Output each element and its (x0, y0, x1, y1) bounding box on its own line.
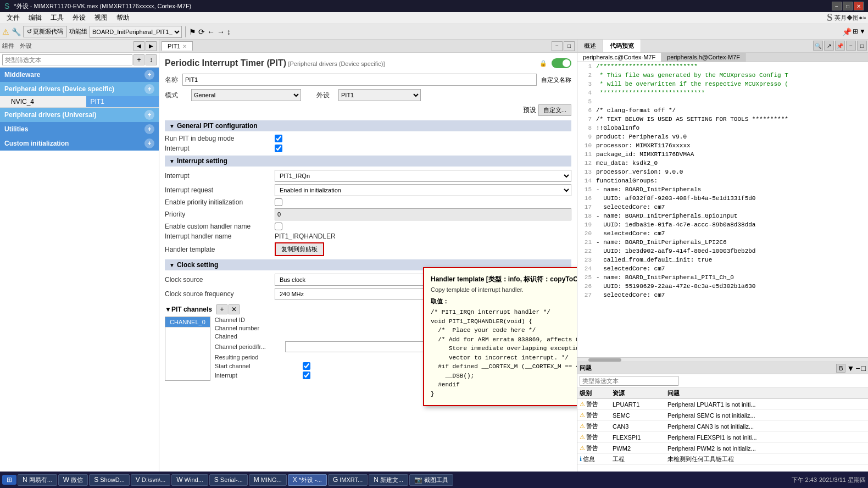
problems-tab[interactable]: 问题 (580, 364, 592, 372)
periph-universal-add-btn[interactable]: + (144, 110, 154, 120)
lock-icon[interactable]: 🔒 (539, 60, 547, 67)
utilities-add-btn[interactable]: + (144, 124, 154, 134)
taskbar-item[interactable]: N新建文... (369, 474, 408, 486)
enable-priority-checkbox[interactable] (275, 198, 282, 206)
code-area[interactable]: 1/***************************2 * This fi… (577, 62, 868, 357)
pit1-tab-close[interactable]: ✕ (182, 43, 187, 49)
menu-peripheral[interactable]: 外设 (68, 12, 90, 24)
menu-edit[interactable]: 编辑 (24, 12, 46, 24)
minimize-button[interactable]: − (832, 2, 842, 10)
problems-search-input[interactable] (580, 376, 678, 386)
layout-icon[interactable]: ⊞ (853, 27, 858, 36)
maximize-button[interactable]: □ (843, 2, 853, 10)
taskbar-item[interactable]: SSerial-... (209, 474, 248, 486)
problem-row[interactable]: ⚠ 警告 FLEXSPI1 Peripheral FLEXSPI1 is not… (577, 432, 868, 443)
menu-view[interactable]: 视图 (90, 12, 112, 24)
periph-select[interactable]: PIT1 (338, 89, 421, 101)
channel-0-item[interactable]: CHANNEL_0 (165, 317, 210, 328)
func-group-select[interactable]: BOARD_InitPeripheral_PIT1_ (90, 26, 182, 38)
peripherals-tab[interactable]: 外设 (20, 42, 32, 50)
menu-tools[interactable]: 工具 (46, 12, 68, 24)
problem-row[interactable]: ⚠ 警告 PWM2 Peripheral PWM2 is not initial… (577, 443, 868, 454)
taskbar-item[interactable]: N网易有... (18, 474, 57, 486)
pit1-tab[interactable]: PIT1 ✕ (162, 41, 193, 51)
arrow-right-icon[interactable]: → (217, 27, 225, 36)
periph-device-specific-item[interactable]: Peripheral drivers (Device specific) + (0, 82, 159, 96)
arrow-left-icon[interactable]: ← (207, 27, 215, 36)
remove-channel-btn[interactable]: ✕ (229, 304, 240, 314)
code-preview-tab[interactable]: 代码预览 (603, 40, 641, 52)
interrupt-checkbox[interactable] (275, 145, 282, 152)
interrupt-field-select[interactable]: PIT1_IRQn (275, 170, 571, 182)
custom-init-add-btn[interactable]: + (144, 138, 154, 148)
interrupt-ch-checkbox[interactable] (303, 371, 310, 379)
middleware-item[interactable]: Middleware + (0, 68, 159, 82)
problems-b-filter[interactable]: B (836, 364, 845, 373)
code-search-icon[interactable]: 🔍 (813, 41, 823, 51)
code-h-scrollbar[interactable] (577, 357, 868, 362)
periph-universal-item[interactable]: Peripheral drivers (Universal) + (0, 108, 159, 122)
code-h-scrollbar-thumb[interactable] (588, 358, 621, 362)
peripherals-h-tab[interactable]: peripherals.h@Cortex-M7F (661, 53, 746, 62)
problems-filter-icon[interactable]: ▼ (847, 364, 854, 373)
custom-init-item[interactable]: Custom initialization + (0, 136, 159, 151)
update-source-btn[interactable]: ↺ 更新源代码 (23, 26, 67, 37)
center-minimize-btn[interactable]: − (552, 41, 563, 51)
refresh-icon[interactable]: ⟳ (198, 27, 205, 36)
peripherals-c-tab[interactable]: peripherals.c@Cortex-M7F (577, 53, 661, 62)
problem-row[interactable]: ⚠ 警告 CAN3 Peripheral CAN3 is not initial… (577, 421, 868, 432)
taskbar-item[interactable]: 📷截图工具 (409, 474, 453, 486)
copy-to-clipboard-btn[interactable]: 复制到剪贴板 (275, 242, 324, 256)
pit1-item[interactable]: PIT1 (86, 96, 159, 107)
taskbar-item[interactable]: VD:\svn\... (131, 474, 170, 486)
code-external-icon[interactable]: ↗ (824, 41, 834, 51)
expand-icon[interactable]: ▶ (146, 41, 157, 51)
mode-select[interactable]: General (191, 89, 301, 101)
problems-pin-icon[interactable]: − (855, 364, 860, 373)
code-pin-icon[interactable]: 📌 (835, 41, 845, 51)
taskbar-item[interactable]: X*外设 -... (288, 474, 327, 486)
problem-row[interactable]: ⚠ 警告 SEMC Peripheral SEMC is not initial… (577, 410, 868, 421)
collapse-icon[interactable]: ◀ (133, 41, 144, 51)
priority-input[interactable] (275, 208, 571, 220)
menu-file[interactable]: 文件 (2, 12, 24, 24)
filter-icon[interactable]: ▼ (859, 27, 866, 36)
interrupt-request-select[interactable]: Enabled in initialization (275, 184, 571, 196)
taskbar-item[interactable]: GIMXRT... (328, 474, 368, 486)
enable-custom-handler-checkbox[interactable] (275, 223, 282, 230)
start-channel-checkbox[interactable] (303, 362, 310, 370)
code-maximize-icon[interactable]: □ (857, 41, 867, 51)
search-sort-btn[interactable]: ↕ (146, 54, 157, 65)
menu-help[interactable]: 帮助 (112, 12, 134, 24)
close-button[interactable]: ✕ (854, 2, 864, 10)
flag-icon[interactable]: ⚑ (189, 27, 196, 36)
taskbar-item[interactable]: MMING... (249, 474, 287, 486)
center-maximize-btn[interactable]: □ (564, 41, 575, 51)
run-debug-checkbox[interactable] (275, 135, 282, 142)
problems-max-icon[interactable]: □ (861, 364, 866, 373)
up-down-icon[interactable]: ↕ (227, 27, 231, 36)
periph-device-add-btn[interactable]: + (144, 84, 154, 94)
components-tab[interactable]: 组件 (2, 42, 14, 50)
search-add-btn[interactable]: + (133, 54, 144, 65)
component-search-input[interactable] (2, 54, 132, 65)
start-button[interactable]: ⊞ (2, 475, 16, 485)
code-minimize-icon[interactable]: − (846, 41, 856, 51)
pin-icon[interactable]: 📌 (842, 27, 852, 36)
taskbar-item[interactable]: SShowD... (89, 474, 130, 486)
preset-custom-btn[interactable]: 自定义... (538, 104, 571, 116)
problem-row[interactable]: ⚠ 警告 LPUART1 Peripheral LPUART1 is not i… (577, 399, 868, 410)
nvic-item[interactable]: NVIC_4 (0, 96, 86, 107)
enable-toggle[interactable] (552, 58, 571, 68)
problem-row[interactable]: ℹ 信息 工程 未检测到任何工具链工程 (577, 454, 868, 465)
taskbar-item[interactable]: WWind... (171, 474, 208, 486)
name-input[interactable] (182, 74, 537, 86)
level-text: 警告 (586, 444, 598, 452)
add-channel-btn[interactable]: + (216, 304, 227, 314)
taskbar-item[interactable]: W微信 (58, 474, 88, 486)
utilities-item[interactable]: Utilities + (0, 122, 159, 136)
general-pit-section[interactable]: ▼ General PIT configuration (165, 120, 571, 131)
overview-tab[interactable]: 概述 (577, 40, 603, 52)
interrupt-setting-section[interactable]: ▼ Interrupt setting (165, 156, 571, 167)
middleware-add-btn[interactable]: + (144, 70, 154, 80)
